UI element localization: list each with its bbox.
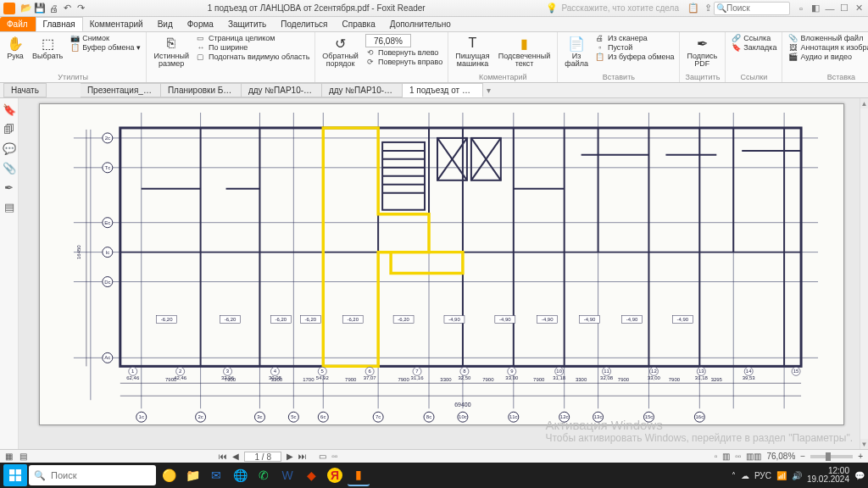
continuous-page-icon[interactable]: ▥ xyxy=(722,452,730,461)
bookmark-button[interactable]: 🔖Закладка xyxy=(731,43,776,52)
start-button[interactable] xyxy=(3,464,27,486)
ribbon-minimize-icon[interactable]: ▫ xyxy=(795,3,807,14)
minimize-icon[interactable]: — xyxy=(824,3,836,14)
from-clipboard-button[interactable]: 📋Из буфера обмена xyxy=(595,53,675,61)
rotate-right-button[interactable]: ⟳Повернуть вправо xyxy=(365,58,442,66)
taskbar-search[interactable]: 🔍 xyxy=(29,465,156,485)
tray-clock[interactable]: 12:00 19.02.2024 xyxy=(807,467,849,484)
fit-page-button[interactable]: ▭Страница целиком xyxy=(196,34,309,42)
thumbnails-view-icon[interactable]: ▦ xyxy=(5,452,13,461)
attach-file-button[interactable]: 📎Вложенный файл xyxy=(787,34,868,42)
fit-width-button[interactable]: ↔По ширине xyxy=(196,43,309,52)
tab-view[interactable]: Вид xyxy=(151,17,181,31)
doc-tab-start[interactable]: Начать xyxy=(3,83,47,97)
audio-video-button[interactable]: 🎬Аудио и видео xyxy=(787,53,868,61)
scroll-down-icon[interactable]: ▼ xyxy=(860,439,868,449)
taskbar-yandex[interactable]: Я xyxy=(324,464,346,486)
comments-panel-icon[interactable]: 💬 xyxy=(3,142,16,155)
taskbar-app[interactable]: ◆ xyxy=(300,464,322,486)
from-file-button[interactable]: 📄Из файла xyxy=(563,34,590,69)
reading-view-icon[interactable]: ▤ xyxy=(19,452,27,461)
layers-panel-icon[interactable]: ▤ xyxy=(4,201,14,214)
zoom-combo[interactable]: 76,08% xyxy=(365,34,411,47)
signatures-panel-icon[interactable]: ✒ xyxy=(4,181,14,194)
hand-tool-button[interactable]: ✋Рука xyxy=(5,34,25,61)
maximize-icon[interactable]: ☐ xyxy=(838,3,850,14)
tray-language[interactable]: РУС xyxy=(754,471,771,480)
tab-protect[interactable]: Защитить xyxy=(221,17,274,31)
scroll-up-icon[interactable]: ▲ xyxy=(860,98,868,108)
tray-notifications-icon[interactable]: 💬 xyxy=(854,471,865,480)
close-icon[interactable]: ✕ xyxy=(853,3,865,14)
tab-form[interactable]: Форма xyxy=(181,17,221,31)
rotate-left-button[interactable]: ⟲Повернуть влево xyxy=(365,48,442,57)
taskbar-word[interactable]: W xyxy=(276,464,298,486)
from-scanner-button[interactable]: 🖨Из сканера xyxy=(595,34,675,42)
last-page-icon[interactable]: ⏭ xyxy=(298,452,307,461)
continuous-icon[interactable]: ▭ xyxy=(319,452,326,461)
bookmarks-panel-icon[interactable]: 🔖 xyxy=(3,103,16,116)
link-button[interactable]: 🔗Ссылка xyxy=(731,34,776,42)
taskbar-copilot[interactable]: 🟡 xyxy=(158,464,180,486)
tray-network-icon[interactable]: 📶 xyxy=(776,471,787,480)
open-icon[interactable]: 📂 xyxy=(20,3,32,14)
page-input[interactable]: 1 / 8 xyxy=(244,452,281,462)
tab-home[interactable]: Главная xyxy=(36,17,83,31)
fit-visible-button[interactable]: ▢Подогнать видимую область xyxy=(196,53,309,61)
zoom-slider[interactable] xyxy=(810,455,853,458)
taskbar-foxit[interactable]: ▮ xyxy=(348,464,370,486)
next-page-icon[interactable]: ▶ xyxy=(287,452,293,461)
tray-onedrive-icon[interactable]: ☁ xyxy=(741,471,749,480)
reflow-button[interactable]: ↺Обратный порядок xyxy=(320,34,360,69)
tab-comment[interactable]: Комментарий xyxy=(83,17,151,31)
save-icon[interactable]: 💾 xyxy=(34,3,46,14)
tab-extra[interactable]: Дополнительно xyxy=(383,17,459,31)
notification-icon[interactable]: 📋 xyxy=(687,3,699,14)
tab-help[interactable]: Справка xyxy=(336,17,383,31)
tray-chevron-icon[interactable]: ˄ xyxy=(732,471,736,480)
single-page-icon[interactable]: ▫ xyxy=(715,452,718,461)
image-annot-button[interactable]: 🖼Аннотация к изображению xyxy=(787,43,868,52)
taskbar-whatsapp[interactable]: ✆ xyxy=(253,464,275,486)
taskbar-explorer[interactable]: 📁 xyxy=(181,464,203,486)
doc-tab-2[interactable]: Планировки Бурова … xyxy=(161,83,242,97)
doc-tab-4[interactable]: дду №ПАР10-86 от 2… xyxy=(322,83,403,97)
share-icon[interactable]: ⇪ xyxy=(702,3,714,14)
pdf-sign-button[interactable]: ✒Подпись PDF xyxy=(685,34,719,69)
vertical-scrollbar[interactable]: ▲ ▼ xyxy=(860,98,868,449)
redo-icon[interactable]: ↷ xyxy=(75,3,86,14)
search-input[interactable] xyxy=(726,3,777,13)
doc-tab-1[interactable]: Презентация_Акватор… xyxy=(81,83,161,97)
tab-list-dropdown[interactable]: ▾ xyxy=(483,83,494,97)
taskbar-edge[interactable]: 🌐 xyxy=(229,464,251,486)
zoom-in-icon[interactable]: + xyxy=(858,452,863,461)
prev-page-icon[interactable]: ◀ xyxy=(232,452,239,461)
tray-volume-icon[interactable]: 🔊 xyxy=(792,471,802,480)
taskbar-mail[interactable]: ✉ xyxy=(205,464,227,486)
tell-me-hint[interactable]: Расскажите, что хотите сдела xyxy=(561,3,679,13)
attachments-panel-icon[interactable]: 📎 xyxy=(3,162,16,175)
first-page-icon[interactable]: ⏮ xyxy=(219,452,227,461)
doc-tab-5[interactable]: 1 подъезд от ЛАНЦОВ…✕ xyxy=(403,83,483,97)
tab-share[interactable]: Поделиться xyxy=(274,17,335,31)
help-icon[interactable]: ◧ xyxy=(810,3,821,14)
print-icon[interactable]: 🖨 xyxy=(47,3,59,14)
snapshot-button[interactable]: 📷Снимок xyxy=(70,34,141,42)
taskbar-search-input[interactable] xyxy=(51,470,151,480)
doc-tab-3[interactable]: дду №ПАР10-85 от 2… xyxy=(242,83,322,97)
search-box[interactable]: 🔍 xyxy=(714,2,790,15)
zoom-out-icon[interactable]: − xyxy=(800,452,805,461)
select-tool-button[interactable]: ⬚Выбрать xyxy=(31,34,64,61)
two-continuous-icon[interactable]: ▥▥ xyxy=(746,452,761,461)
highlight-button[interactable]: ▮Подсвеченный текст xyxy=(497,34,553,69)
tab-file[interactable]: Файл xyxy=(0,17,36,31)
clipboard-button[interactable]: 📋Буфер обмена ▾ xyxy=(70,43,141,52)
page-canvas[interactable]: -6,20-6,20-6,20-6,20-6,20-6,20-4,90-4,90… xyxy=(19,98,868,449)
two-page-icon[interactable]: ▫▫ xyxy=(735,452,741,461)
blank-page-button[interactable]: ▫Пустой xyxy=(595,43,675,52)
actual-size-button[interactable]: ⎘Истинный размер xyxy=(152,34,191,69)
undo-icon[interactable]: ↶ xyxy=(61,3,73,14)
pages-panel-icon[interactable]: 🗐 xyxy=(3,123,14,136)
facing-icon[interactable]: ▫▫ xyxy=(331,452,337,461)
typewriter-button[interactable]: TПишущая машинка xyxy=(453,34,492,69)
